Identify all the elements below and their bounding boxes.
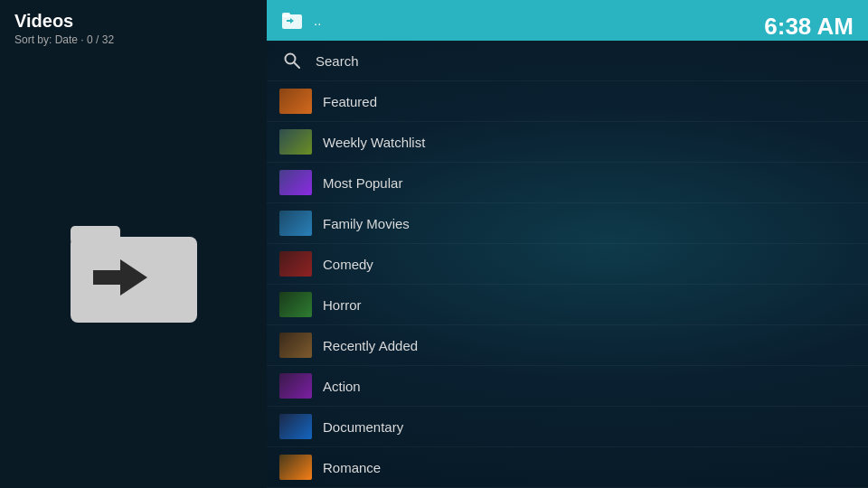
thumb-weekly-watchlist xyxy=(279,129,312,155)
thumb-romance xyxy=(279,455,312,480)
thumb-most-popular xyxy=(279,170,312,195)
title-area: Videos Sort by: Date · 0 / 32 xyxy=(14,11,252,46)
label-recently-added: Recently Added xyxy=(323,338,418,353)
right-panel: .. Search Featured Weekly Watchlist Most… xyxy=(267,0,868,488)
thumb-recently-added xyxy=(279,333,312,358)
thumb-featured xyxy=(279,89,312,114)
label-action: Action xyxy=(323,379,361,394)
back-label: .. xyxy=(314,13,321,28)
page-title: Videos xyxy=(14,11,252,32)
search-item[interactable]: Search xyxy=(267,41,868,81)
svg-rect-1 xyxy=(71,226,120,244)
folder-icon xyxy=(61,192,206,340)
menu-item-comedy[interactable]: Comedy xyxy=(267,244,868,285)
search-label: Search xyxy=(316,53,359,69)
menu-item-most-popular[interactable]: Most Popular xyxy=(267,163,868,203)
svg-line-7 xyxy=(294,62,299,68)
label-most-popular: Most Popular xyxy=(323,175,402,191)
label-weekly-watchlist: Weekly Watchlist xyxy=(323,135,425,150)
menu-list: Search Featured Weekly Watchlist Most Po… xyxy=(267,41,868,488)
menu-item-family-movies[interactable]: Family Movies xyxy=(267,203,868,244)
thumb-comedy xyxy=(279,251,312,277)
thumb-documentary xyxy=(279,414,312,439)
thumb-action xyxy=(279,373,312,399)
label-family-movies: Family Movies xyxy=(323,216,410,231)
label-romance: Romance xyxy=(323,460,381,475)
menu-item-recently-added[interactable]: Recently Added xyxy=(267,325,868,366)
menu-item-romance[interactable]: Romance xyxy=(267,447,868,488)
search-icon xyxy=(279,48,305,73)
label-documentary: Documentary xyxy=(323,419,403,435)
menu-item-horror[interactable]: Horror xyxy=(267,285,868,325)
clock-display: 6:38 AM xyxy=(764,13,854,41)
menu-item-action[interactable]: Action xyxy=(267,366,868,407)
left-panel: Videos Sort by: Date · 0 / 32 xyxy=(0,0,267,488)
menu-item-weekly-watchlist[interactable]: Weekly Watchlist xyxy=(267,122,868,163)
label-featured: Featured xyxy=(323,94,377,109)
thumb-horror xyxy=(279,292,312,317)
label-comedy: Comedy xyxy=(323,257,373,272)
menu-item-documentary[interactable]: Documentary xyxy=(267,407,868,447)
menu-item-featured[interactable]: Featured xyxy=(267,81,868,122)
page-subtitle: Sort by: Date · 0 / 32 xyxy=(14,33,252,46)
folder-back-icon xyxy=(279,8,305,33)
folder-icon-area xyxy=(14,53,252,477)
thumb-family-movies xyxy=(279,211,312,236)
label-horror: Horror xyxy=(323,297,362,313)
svg-rect-4 xyxy=(282,13,290,17)
